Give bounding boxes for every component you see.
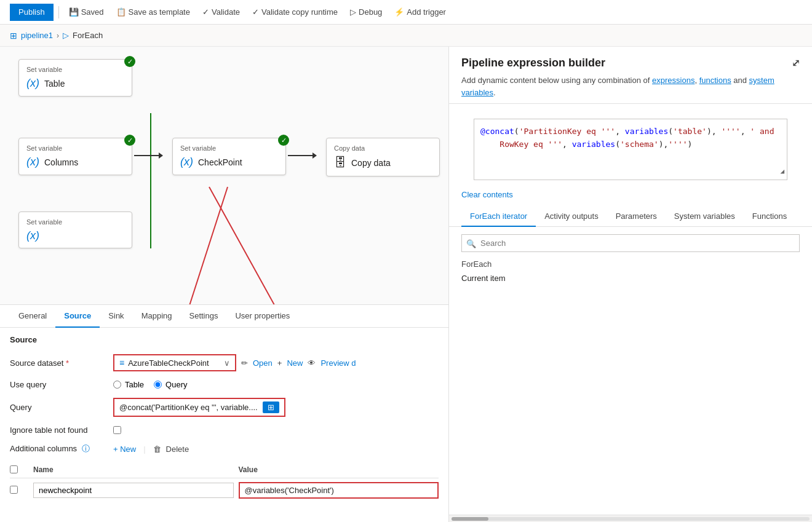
separator bbox=[58, 6, 59, 18]
main-layout: Set variable (x) Table ✓ Set variable (x… bbox=[0, 47, 812, 522]
scrollbar-area bbox=[449, 515, 812, 522]
expr-tab-foreach[interactable]: ForEach iterator bbox=[461, 207, 536, 227]
node-set-variable-checkpoint[interactable]: Set variable (x) CheckPoint ✓ bbox=[172, 138, 286, 175]
radio-table-input[interactable] bbox=[113, 381, 121, 389]
use-query-label: Use query bbox=[10, 380, 108, 389]
new-button[interactable]: New bbox=[287, 358, 303, 368]
node-table-label: Table bbox=[44, 79, 65, 89]
source-dataset-label: Source dataset * bbox=[10, 358, 108, 368]
select-all-checkbox[interactable] bbox=[10, 465, 18, 473]
tab-user-properties[interactable]: User properties bbox=[226, 305, 298, 328]
validate-copy-button[interactable]: ✓ Validate copy runtime bbox=[247, 5, 343, 19]
radio-query-input[interactable] bbox=[154, 381, 162, 389]
foreach-section: ForEach Current item bbox=[449, 259, 812, 285]
radio-query[interactable]: Query bbox=[154, 380, 187, 389]
node-table-title: Set variable bbox=[26, 66, 124, 73]
col-name-header: Name bbox=[33, 465, 234, 475]
template-icon: 📋 bbox=[116, 7, 126, 17]
query-edit-button[interactable]: ⊞ bbox=[263, 401, 279, 413]
add-new-button[interactable]: + New bbox=[113, 445, 136, 454]
expand-icon[interactable]: ⤢ bbox=[792, 57, 800, 69]
query-field[interactable]: @concat('PartitionKey eq ''', variable..… bbox=[113, 398, 285, 417]
copydata-icon: 🗄 bbox=[334, 156, 346, 170]
source-dataset-row: Source dataset * ≡ AzureTableCheckPoint … bbox=[10, 354, 439, 371]
search-input[interactable] bbox=[461, 234, 800, 252]
debug-button[interactable]: ▷ Debug bbox=[345, 5, 387, 19]
tab-general[interactable]: General bbox=[10, 305, 55, 328]
col-value-cell[interactable]: @variables('CheckPoint') bbox=[239, 482, 439, 499]
col-name-cell[interactable] bbox=[33, 483, 234, 498]
node-columns-content: (x) Columns bbox=[26, 156, 124, 168]
node-sv3-content: (x) bbox=[26, 229, 124, 242]
left-panel: Set variable (x) Table ✓ Set variable (x… bbox=[0, 47, 449, 522]
query-label: Query bbox=[10, 403, 108, 412]
foreach-current-item[interactable]: Current item bbox=[461, 271, 800, 285]
radio-table[interactable]: Table bbox=[113, 380, 144, 389]
node-sv3-title: Set variable bbox=[26, 218, 124, 226]
row-checkbox-cell bbox=[10, 486, 28, 496]
svg-line-1 bbox=[160, 187, 228, 304]
validate-button[interactable]: ✓ Validate bbox=[197, 5, 245, 19]
search-icon: 🔍 bbox=[466, 239, 476, 248]
row-checkbox[interactable] bbox=[10, 486, 18, 494]
scrollbar-thumb bbox=[452, 517, 488, 521]
foreach-icon: ▷ bbox=[63, 31, 69, 40]
expr-tab-functions[interactable]: Functions bbox=[744, 207, 795, 227]
node-checkpoint-label: CheckPoint bbox=[198, 157, 242, 167]
additional-columns-row: Additional columns ⓘ + New | 🗑 Delete bbox=[10, 443, 439, 454]
delete-icon: 🗑 bbox=[153, 445, 161, 454]
functions-link[interactable]: functions bbox=[699, 76, 731, 85]
preview-icon: 👁 bbox=[308, 358, 316, 368]
additional-columns-label: Additional columns ⓘ bbox=[10, 443, 108, 454]
horizontal-scrollbar[interactable] bbox=[449, 515, 812, 522]
resize-handle[interactable]: ◢ bbox=[780, 166, 784, 177]
validate-copy-icon: ✓ bbox=[252, 7, 259, 17]
save-template-button[interactable]: 📋 Save as template bbox=[111, 5, 195, 19]
breadcrumb-pipeline[interactable]: pipeline1 bbox=[21, 31, 53, 40]
saved-icon: 💾 bbox=[69, 7, 79, 17]
expr-tab-activity-outputs[interactable]: Activity outputs bbox=[536, 207, 607, 227]
expression-builder-subtitle: Add dynamic content below using any comb… bbox=[461, 74, 800, 98]
expr-tab-system-variables[interactable]: System variables bbox=[666, 207, 744, 227]
col-value-expression[interactable]: @variables('CheckPoint') bbox=[239, 482, 439, 499]
col-name-input[interactable] bbox=[33, 483, 234, 498]
breadcrumb-separator: › bbox=[57, 31, 59, 40]
open-button[interactable]: Open bbox=[253, 358, 273, 368]
top-bar: Publish 💾 Saved 📋 Save as template ✓ Val… bbox=[0, 0, 812, 25]
additional-columns-actions: + New | 🗑 Delete bbox=[113, 445, 439, 454]
arrow-checkpoint-copy bbox=[288, 152, 317, 159]
dataset-dropdown-arrow: ∨ bbox=[224, 358, 230, 368]
ignore-table-check bbox=[113, 426, 439, 434]
node-set-variable-table[interactable]: Set variable (x) Table ✓ bbox=[18, 59, 132, 97]
ignore-table-row: Ignore table not found bbox=[10, 425, 439, 435]
expr-tab-parameters[interactable]: Parameters bbox=[607, 207, 666, 227]
debug-icon: ▷ bbox=[350, 7, 356, 17]
columns-header-row: Name Value bbox=[10, 463, 439, 478]
pipeline-icon: ⊞ bbox=[10, 31, 17, 41]
node-set-variable-3[interactable]: Set variable (x) bbox=[18, 212, 132, 248]
delete-button[interactable]: Delete bbox=[166, 445, 189, 454]
expressions-link[interactable]: expressions bbox=[652, 76, 695, 85]
tab-source[interactable]: Source bbox=[55, 305, 100, 328]
tab-sink[interactable]: Sink bbox=[100, 305, 132, 328]
canvas-area[interactable]: Set variable (x) Table ✓ Set variable (x… bbox=[0, 47, 448, 305]
node-copy-data[interactable]: Copy data 🗄 Copy data bbox=[326, 138, 440, 176]
node-copydata-label: Copy data bbox=[351, 158, 391, 168]
expression-editor[interactable]: @concat('PartitionKey eq ''', variables(… bbox=[474, 119, 787, 180]
col-check-header bbox=[10, 465, 28, 475]
plus-icon: + bbox=[277, 358, 282, 368]
node-columns-label: Columns bbox=[44, 157, 78, 167]
expression-code: @concat('PartitionKey eq ''', variables(… bbox=[480, 125, 781, 151]
tab-mapping[interactable]: Mapping bbox=[133, 305, 181, 328]
dataset-select[interactable]: ≡ AzureTableCheckPoint ∨ bbox=[113, 354, 236, 371]
ignore-table-checkbox[interactable] bbox=[113, 426, 121, 434]
node-set-variable-columns[interactable]: Set variable (x) Columns ✓ bbox=[18, 138, 132, 175]
tab-settings[interactable]: Settings bbox=[181, 305, 227, 328]
preview-button[interactable]: Preview d bbox=[320, 358, 356, 368]
query-row: Query @concat('PartitionKey eq ''', vari… bbox=[10, 398, 439, 417]
query-text: @concat('PartitionKey eq ''', variable..… bbox=[119, 403, 258, 412]
clear-contents-link[interactable]: Clear contents bbox=[461, 190, 800, 199]
publish-button[interactable]: Publish bbox=[10, 4, 54, 21]
use-query-options: Table Query bbox=[113, 380, 439, 389]
add-trigger-button[interactable]: ⚡ Add trigger bbox=[389, 5, 451, 19]
